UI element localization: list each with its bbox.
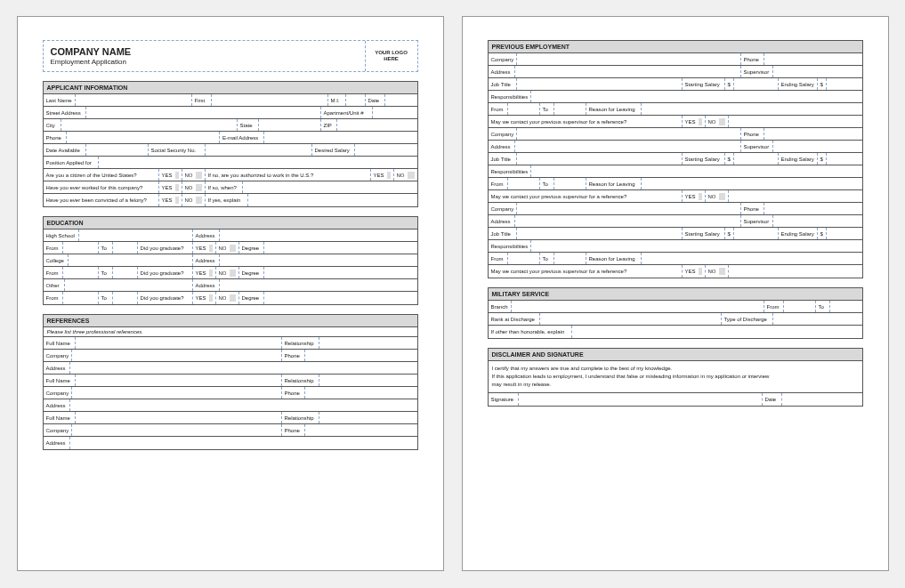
emp1-startsalary-field[interactable]	[734, 78, 779, 90]
emp1-endsalary-field[interactable]	[827, 78, 862, 90]
emp3-startsalary-field[interactable]	[734, 228, 779, 239]
ref2-name-field[interactable]	[76, 375, 282, 386]
ref1-company-field[interactable]	[72, 350, 282, 361]
ref1-address-field[interactable]	[70, 362, 417, 374]
other-grad-no[interactable]: NO	[216, 292, 239, 304]
rank-field[interactable]	[540, 313, 722, 325]
ref1-phone-field[interactable]	[305, 350, 417, 361]
emp1-phone-field[interactable]	[764, 53, 862, 65]
ref2-company-field[interactable]	[72, 387, 282, 399]
emp3-jobtitle-field[interactable]	[517, 228, 683, 239]
felony-no[interactable]: NO	[182, 194, 206, 206]
emp2-phone-field[interactable]	[764, 128, 862, 140]
emp3-phone-field[interactable]	[764, 203, 862, 214]
emp1-company-field[interactable]	[517, 53, 741, 65]
worked-yes[interactable]: YES	[159, 181, 182, 193]
emp1-from-field[interactable]	[508, 103, 540, 115]
street-field[interactable]	[86, 107, 321, 118]
emp1-reason-field[interactable]	[642, 103, 862, 115]
emp3-ref-yes[interactable]: YES	[683, 265, 706, 278]
emp2-reason-field[interactable]	[642, 178, 862, 189]
zip-field[interactable]	[337, 119, 417, 131]
signature-field[interactable]	[519, 393, 763, 406]
hs-from-field[interactable]	[63, 242, 99, 254]
hs-grad-yes[interactable]: YES	[193, 242, 216, 254]
other-address-field[interactable]	[220, 279, 417, 291]
other-grad-yes[interactable]: YES	[193, 292, 216, 304]
emp2-from-field[interactable]	[508, 178, 540, 189]
emp2-supervisor-field[interactable]	[773, 141, 862, 152]
emp2-company-field[interactable]	[517, 128, 741, 140]
emp2-to-field[interactable]	[554, 178, 586, 189]
email-field[interactable]	[264, 132, 417, 143]
ref3-rel-field[interactable]	[319, 412, 417, 423]
ref3-company-field[interactable]	[72, 424, 282, 436]
emp1-ref-no[interactable]: NO	[706, 116, 729, 127]
otherthan-field[interactable]	[572, 326, 862, 338]
other-degree-field[interactable]	[264, 292, 417, 304]
emp3-ref-no[interactable]: NO	[706, 265, 729, 278]
date-available-field[interactable]	[86, 144, 149, 156]
hs-degree-field[interactable]	[264, 242, 417, 254]
branch-field[interactable]	[512, 301, 764, 312]
ref3-address-field[interactable]	[70, 437, 417, 449]
last-name-field[interactable]	[76, 94, 192, 106]
emp1-supervisor-field[interactable]	[773, 66, 862, 77]
when-field[interactable]	[243, 181, 417, 193]
ref3-phone-field[interactable]	[305, 424, 417, 436]
emp1-to-field[interactable]	[554, 103, 586, 115]
college-degree-field[interactable]	[264, 267, 417, 278]
emp1-responsibilities-field[interactable]	[531, 91, 862, 102]
ref1-name-field[interactable]	[76, 337, 282, 349]
hs-address-field[interactable]	[220, 230, 417, 241]
emp2-jobtitle-field[interactable]	[517, 153, 683, 165]
authorized-no[interactable]: NO	[394, 169, 417, 181]
emp3-address-field[interactable]	[515, 215, 741, 227]
college-from-field[interactable]	[63, 267, 99, 278]
state-field[interactable]	[259, 119, 321, 131]
other-to-field[interactable]	[113, 292, 138, 304]
explain-field[interactable]	[248, 194, 417, 206]
hs-grad-no[interactable]: NO	[216, 242, 239, 254]
emp2-responsibilities-field[interactable]	[531, 165, 862, 177]
emp1-address-field[interactable]	[515, 66, 741, 77]
first-field[interactable]	[212, 94, 328, 106]
emp2-ref-yes[interactable]: YES	[683, 190, 706, 202]
desired-salary-field[interactable]	[355, 144, 417, 156]
ref2-rel-field[interactable]	[319, 375, 417, 386]
ref3-name-field[interactable]	[76, 412, 282, 423]
mi-field[interactable]	[346, 94, 366, 106]
emp2-endsalary-field[interactable]	[827, 153, 862, 165]
phone-field[interactable]	[67, 132, 221, 143]
sig-date-field[interactable]	[782, 393, 862, 406]
discharge-type-field[interactable]	[773, 313, 862, 325]
emp3-responsibilities-field[interactable]	[531, 240, 862, 252]
worked-no[interactable]: NO	[182, 181, 206, 193]
position-field[interactable]	[99, 157, 417, 168]
hs-to-field[interactable]	[113, 242, 138, 254]
emp3-to-field[interactable]	[554, 253, 586, 264]
apt-field[interactable]	[373, 107, 417, 118]
emp3-reason-field[interactable]	[642, 253, 862, 264]
emp1-ref-yes[interactable]: YES	[683, 116, 706, 127]
emp2-startsalary-field[interactable]	[734, 153, 779, 165]
date-field[interactable]	[385, 94, 417, 106]
ref2-address-field[interactable]	[70, 399, 417, 411]
ref1-rel-field[interactable]	[319, 337, 417, 349]
highschool-field[interactable]	[79, 230, 193, 241]
other-from-field[interactable]	[63, 292, 99, 304]
emp2-ref-no[interactable]: NO	[706, 190, 729, 202]
authorized-yes[interactable]: YES	[371, 169, 394, 181]
emp3-supervisor-field[interactable]	[773, 215, 862, 227]
college-grad-yes[interactable]: YES	[193, 267, 216, 278]
emp2-address-field[interactable]	[515, 141, 741, 152]
emp3-company-field[interactable]	[517, 203, 741, 214]
city-field[interactable]	[61, 119, 238, 131]
college-field[interactable]	[69, 254, 193, 266]
mil-to-field[interactable]	[830, 301, 862, 312]
college-to-field[interactable]	[113, 267, 138, 278]
emp1-jobtitle-field[interactable]	[517, 78, 683, 90]
emp3-endsalary-field[interactable]	[827, 228, 862, 239]
emp3-from-field[interactable]	[508, 253, 540, 264]
college-grad-no[interactable]: NO	[216, 267, 239, 278]
